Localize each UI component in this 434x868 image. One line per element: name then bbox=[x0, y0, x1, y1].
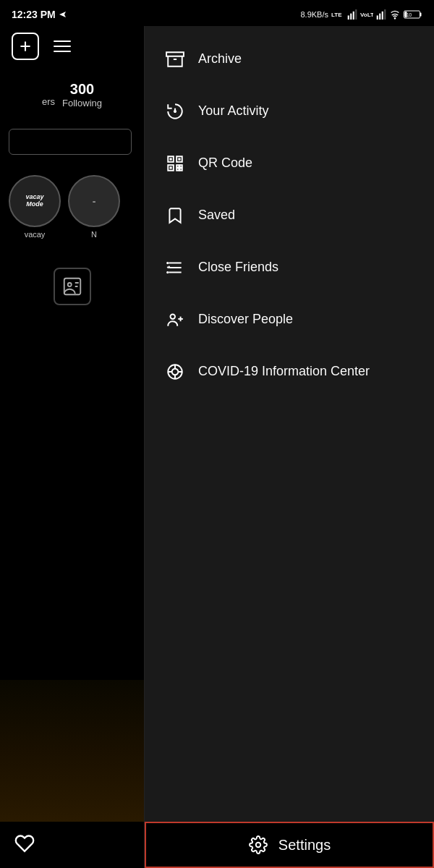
profile-stats: ers 300 Following bbox=[0, 67, 144, 116]
story-vacay[interactable]: vacayMode vacay bbox=[9, 175, 61, 239]
following-label: Following bbox=[62, 98, 102, 109]
story-circle-vacay: vacayMode bbox=[9, 175, 61, 227]
svg-rect-1 bbox=[348, 15, 349, 20]
time-display: 12:23 PM bbox=[12, 9, 56, 20]
saved-icon bbox=[165, 205, 185, 226]
left-top-icons bbox=[0, 26, 144, 67]
svg-rect-4 bbox=[355, 9, 357, 20]
hamburger-line-2 bbox=[54, 46, 71, 47]
left-panel: ers 300 Following vacayMode vacay - N bbox=[0, 26, 145, 868]
status-time-area: 12:23 PM bbox=[12, 9, 67, 20]
svg-point-36 bbox=[172, 369, 179, 375]
hamburger-button[interactable] bbox=[54, 41, 71, 52]
profile-icon-box bbox=[54, 268, 91, 305]
menu-list: Archive Your Activity bbox=[145, 26, 434, 822]
svg-rect-8 bbox=[382, 12, 383, 20]
lte-icon: LTE bbox=[331, 9, 344, 20]
svg-rect-25 bbox=[178, 158, 180, 160]
profile-icon-area bbox=[0, 268, 144, 305]
close-friends-label: Close Friends bbox=[198, 259, 278, 276]
following-stat: 300 Following bbox=[62, 81, 102, 109]
signal-icon-2 bbox=[376, 9, 386, 20]
activity-icon bbox=[165, 101, 185, 122]
signal-icon-1 bbox=[347, 9, 357, 20]
menu-item-covid[interactable]: COVID-19 Information Center bbox=[145, 346, 434, 398]
menu-item-archive[interactable]: Archive bbox=[145, 33, 434, 85]
status-right-area: 8.9KB/s LTE VoLTE bbox=[300, 9, 422, 20]
background-photo bbox=[0, 680, 144, 825]
svg-rect-6 bbox=[377, 15, 378, 20]
search-bar-area bbox=[0, 123, 144, 161]
volte-icon: VoLTE bbox=[360, 9, 373, 20]
stories-row: vacayMode vacay - N bbox=[0, 168, 144, 246]
settings-label: Settings bbox=[278, 837, 331, 854]
menu-item-qr-code[interactable]: QR Code bbox=[145, 137, 434, 190]
svg-point-31 bbox=[166, 271, 169, 273]
battery-icon: 10 bbox=[404, 9, 422, 20]
settings-button[interactable]: Settings bbox=[145, 822, 434, 868]
plus-icon bbox=[18, 39, 33, 54]
svg-point-32 bbox=[171, 314, 176, 319]
hamburger-line-1 bbox=[54, 41, 71, 42]
main-layout: ers 300 Following vacayMode vacay - N bbox=[0, 26, 434, 868]
svg-rect-23 bbox=[180, 169, 182, 171]
profile-photo-icon bbox=[61, 276, 83, 297]
svg-rect-3 bbox=[353, 12, 354, 20]
svg-point-30 bbox=[166, 262, 169, 264]
svg-text:10: 10 bbox=[407, 12, 412, 17]
covid-label: COVID-19 Information Center bbox=[198, 363, 370, 380]
vacay-mode-text: vacayMode bbox=[25, 194, 43, 208]
story-n[interactable]: - N bbox=[68, 175, 120, 239]
discover-people-label: Discover People bbox=[198, 311, 293, 328]
heart-icon bbox=[14, 833, 35, 854]
heart-button[interactable] bbox=[14, 833, 35, 856]
archive-label: Archive bbox=[198, 51, 242, 67]
svg-point-15 bbox=[67, 283, 71, 286]
svg-rect-21 bbox=[180, 165, 182, 167]
svg-rect-22 bbox=[176, 169, 179, 171]
qr-code-label: QR Code bbox=[198, 155, 252, 171]
menu-item-saved[interactable]: Saved bbox=[145, 190, 434, 242]
svg-rect-11 bbox=[420, 13, 422, 17]
menu-item-close-friends[interactable]: Close Friends bbox=[145, 242, 434, 294]
following-number: 300 bbox=[62, 81, 102, 98]
story-n-letter: - bbox=[93, 195, 96, 207]
close-friends-icon bbox=[165, 258, 185, 278]
story-circle-n: - bbox=[68, 175, 120, 227]
svg-rect-2 bbox=[350, 14, 352, 20]
covid-icon bbox=[165, 362, 185, 382]
wifi-icon bbox=[389, 9, 401, 20]
svg-rect-20 bbox=[176, 165, 179, 167]
menu-item-discover-people[interactable]: Discover People bbox=[145, 294, 434, 346]
left-image-area bbox=[0, 680, 144, 825]
discover-icon bbox=[165, 310, 185, 330]
archive-icon bbox=[165, 49, 185, 69]
search-bar[interactable] bbox=[9, 129, 132, 155]
stat-partial-label: ers bbox=[42, 96, 55, 109]
saved-label: Saved bbox=[198, 207, 235, 224]
svg-point-41 bbox=[256, 843, 261, 848]
svg-rect-14 bbox=[64, 278, 80, 295]
bottom-bar-left bbox=[0, 822, 144, 868]
svg-rect-7 bbox=[379, 14, 380, 20]
right-panel: Archive Your Activity bbox=[145, 26, 434, 868]
svg-rect-24 bbox=[169, 158, 171, 160]
svg-text:VoLTE: VoLTE bbox=[360, 12, 373, 18]
story-label-vacay: vacay bbox=[25, 230, 46, 239]
data-speed: 8.9KB/s bbox=[300, 10, 328, 19]
svg-rect-9 bbox=[384, 9, 386, 20]
svg-rect-26 bbox=[169, 166, 171, 169]
new-post-button[interactable] bbox=[12, 33, 39, 60]
hamburger-line-3 bbox=[54, 51, 71, 52]
navigation-icon bbox=[59, 10, 67, 19]
qrcode-icon bbox=[165, 153, 185, 174]
settings-gear-icon bbox=[248, 835, 268, 855]
status-bar: 12:23 PM 8.9KB/s LTE VoLTE bbox=[0, 0, 434, 26]
menu-item-your-activity[interactable]: Your Activity bbox=[145, 85, 434, 137]
your-activity-label: Your Activity bbox=[198, 103, 268, 119]
svg-text:LTE: LTE bbox=[331, 12, 342, 18]
story-label-n: N bbox=[91, 230, 97, 239]
